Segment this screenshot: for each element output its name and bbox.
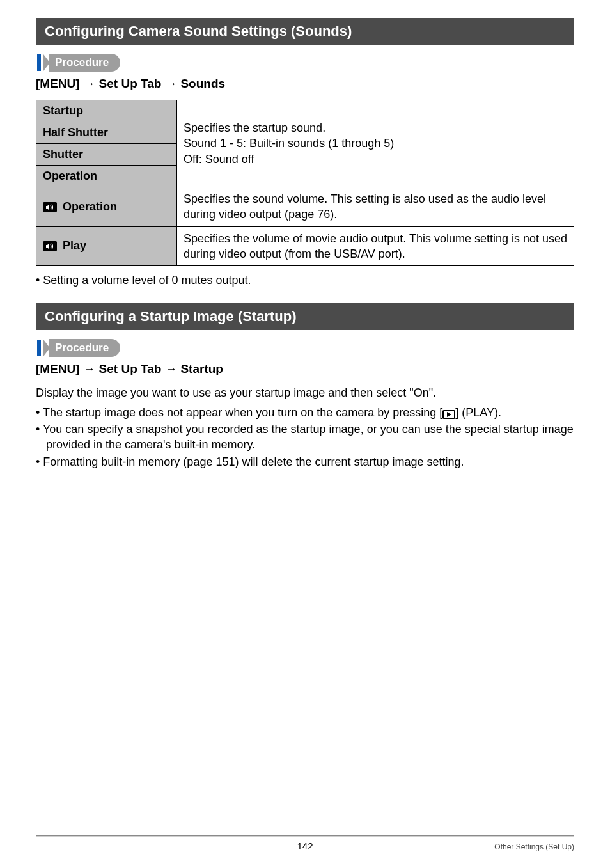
- arrow-icon: →: [84, 363, 95, 376]
- procedure-accent-bar: [37, 340, 41, 356]
- arrow-icon: →: [84, 77, 95, 91]
- speaker-icon: [43, 241, 57, 251]
- row-header-vol-play: Play: [36, 226, 177, 266]
- bullet-text-part: The startup image does not appear when y…: [43, 406, 442, 419]
- desc-line: Off: Sound off: [184, 153, 254, 166]
- section-heading-sounds: Configuring Camera Sound Settings (Sound…: [36, 18, 574, 45]
- row-header-vol-operation: Operation: [36, 187, 177, 227]
- page-footer: 142 Other Settings (Set Up): [36, 835, 574, 851]
- startup-bullets-list: The startup image does not appear when y…: [36, 405, 574, 470]
- menu-path-part: Set Up Tab: [99, 362, 162, 376]
- desc-line: Sound 1 - 5: Built-in sounds (1 through …: [184, 137, 394, 150]
- sounds-settings-table: Startup Specifies the startup sound. Sou…: [36, 100, 574, 266]
- startup-intro: Display the image you want to use as you…: [36, 385, 574, 400]
- procedure-label: Procedure: [49, 54, 120, 72]
- row-header-label: Play: [63, 239, 86, 252]
- table-row: Operation Specifies the sound volume. Th…: [36, 187, 574, 227]
- list-item: Formatting built-in memory (page 151) wi…: [36, 454, 574, 470]
- menu-path-part: Startup: [180, 362, 223, 376]
- vol-operation-desc: Specifies the sound volume. This setting…: [177, 187, 574, 227]
- procedure-label: Procedure: [49, 339, 120, 357]
- section-heading-startup: Configuring a Startup Image (Startup): [36, 303, 574, 330]
- menu-path-sounds: [MENU] → Set Up Tab → Sounds: [36, 77, 574, 91]
- desc-line: Specifies the startup sound.: [184, 122, 325, 134]
- play-triangle-icon: [447, 412, 451, 417]
- list-item: You can specify a snapshot you recorded …: [36, 422, 574, 453]
- row-header-label: Operation: [63, 200, 117, 213]
- procedure-badge: Procedure: [37, 339, 574, 357]
- row-header-half-shutter: Half Shutter: [36, 122, 177, 144]
- list-item: Setting a volume level of 0 mutes output…: [36, 272, 574, 288]
- row-header-operation: Operation: [36, 166, 177, 187]
- speaker-icon: [43, 202, 57, 212]
- procedure-accent-bar: [37, 54, 41, 71]
- menu-path-part: [MENU]: [36, 77, 80, 91]
- menu-path-part: Set Up Tab: [99, 77, 162, 91]
- row-header-shutter: Shutter: [36, 144, 177, 166]
- play-icon: [442, 410, 455, 419]
- arrow-icon: →: [165, 77, 176, 91]
- menu-path-part: Sounds: [180, 77, 225, 91]
- procedure-badge: Procedure: [37, 54, 574, 72]
- list-item: The startup image does not appear when y…: [36, 405, 574, 420]
- row-header-startup: Startup: [36, 100, 177, 122]
- shared-description-cell: Specifies the startup sound. Sound 1 - 5…: [177, 100, 574, 187]
- footer-section-label: Other Settings (Set Up): [395, 842, 574, 851]
- table-row: Play Specifies the volume of movie audio…: [36, 226, 574, 266]
- vol-play-desc: Specifies the volume of movie audio outp…: [177, 226, 574, 266]
- sounds-notes-list: Setting a volume level of 0 mutes output…: [36, 272, 574, 288]
- menu-path-part: [MENU]: [36, 362, 80, 376]
- arrow-icon: →: [165, 363, 176, 376]
- footer-divider: [36, 835, 574, 837]
- table-row: Startup Specifies the startup sound. Sou…: [36, 100, 574, 122]
- menu-path-startup: [MENU] → Set Up Tab → Startup: [36, 362, 574, 376]
- bullet-text-part: ] (PLAY).: [455, 406, 501, 419]
- page-number: 142: [215, 840, 395, 851]
